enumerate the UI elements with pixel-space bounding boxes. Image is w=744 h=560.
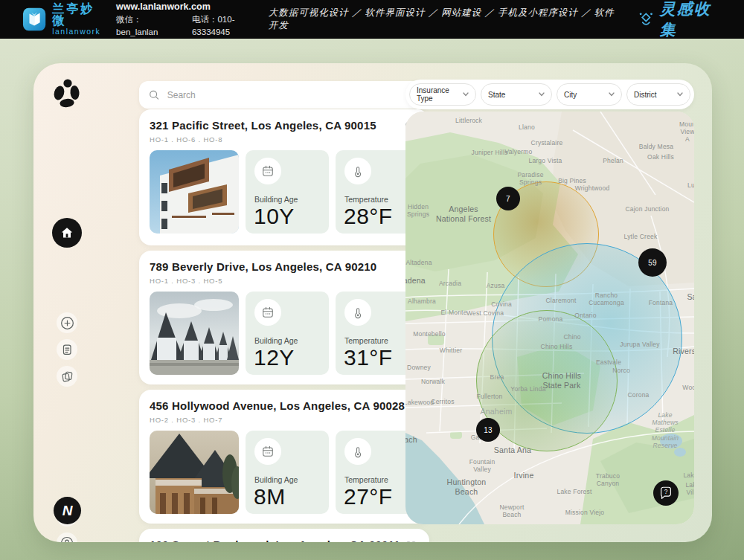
calendar-icon: [260, 444, 275, 459]
n-monogram-icon: N: [54, 497, 81, 524]
map-label: Big Pines: [558, 177, 586, 184]
map-overlays: LittlerockLlanoCrystalaireJuniper HillsV…: [405, 112, 694, 524]
building-age-tile: Building Age 12Y: [246, 292, 329, 375]
map-label: Juniper Hills: [472, 149, 508, 156]
map-label: Trabuco Canyon: [596, 472, 620, 487]
help-button[interactable]: ?: [653, 480, 679, 506]
map-label: Riversid: [673, 347, 694, 356]
temperature-value: 27°F: [344, 484, 393, 509]
property-card[interactable]: 789 Beverly Drive, Los Angeles, CA 90210…: [139, 251, 429, 384]
filter-district-label: District: [634, 91, 657, 99]
map-label: Fountain Valley: [469, 458, 496, 473]
map-label: asadena: [405, 276, 426, 286]
map-cluster-badge[interactable]: 7: [496, 187, 520, 210]
search-bar[interactable]: [139, 81, 429, 109]
map-label: Hidden Springs: [407, 203, 429, 218]
website-link[interactable]: www.lanlanwork.com: [116, 0, 269, 13]
building-age-label: Building Age: [254, 336, 298, 345]
property-card[interactable]: 456 Hollywood Avenue, Los Angeles, CA 90…: [139, 390, 429, 524]
map-label: Alhambra: [408, 297, 436, 305]
map-label: Cerritos: [431, 398, 454, 405]
map-label: Sa: [687, 292, 694, 302]
temperature-label: Temperature: [344, 475, 388, 484]
property-address: 321 Pacific Street, Los Angeles, CA 9001…: [150, 119, 419, 132]
map-label: Jurupa Valley: [620, 341, 659, 348]
building-age-value: 10Y: [254, 204, 295, 229]
map-label: Largo Vista: [528, 157, 562, 164]
filter-city[interactable]: City: [557, 83, 622, 106]
map-canvas[interactable]: LittlerockLlanoCrystalaireJuniper HillsV…: [405, 112, 694, 524]
contact-block: www.lanlanwork.com 微信：ben_lanlan 电话：010-…: [116, 0, 269, 38]
property-card[interactable]: 321 Pacific Street, Los Angeles, CA 9001…: [139, 109, 429, 245]
map-label: Phelan: [603, 157, 623, 164]
filter-state-label: State: [488, 91, 505, 99]
building-age-tile: Building Age 8M: [246, 431, 329, 514]
nav-notes-button[interactable]: [57, 339, 77, 360]
nav-documents-button[interactable]: [57, 366, 77, 387]
thermometer-icon: [350, 444, 365, 459]
nav-add-button[interactable]: [57, 312, 77, 333]
map-label: Lakewood: [405, 399, 434, 406]
map-label: Mission Viejo: [565, 509, 605, 516]
map-label: Brea: [490, 373, 504, 381]
map-label: Chino Hills State Park: [542, 371, 581, 390]
map-label: Wrightwood: [575, 184, 610, 192]
plus-icon: [60, 315, 75, 331]
question-bubble-icon: ?: [658, 486, 673, 501]
map-label: Lake Mathews Estelle Mountain Reserve: [651, 411, 680, 449]
filter-state[interactable]: State: [481, 83, 552, 106]
brand-name-en: lanlanwork: [52, 28, 106, 36]
nav-brand-button[interactable]: N: [54, 497, 81, 524]
map-label: Fullerton: [477, 393, 503, 400]
map-label: Huntington Beach: [447, 477, 487, 496]
phone-text: 电话：010-63334945: [192, 13, 269, 38]
app-logo-icon: [52, 78, 82, 108]
filter-district[interactable]: District: [626, 83, 690, 106]
filter-insurance-type[interactable]: Insurance Type: [409, 83, 476, 106]
map-label: Arcadia: [439, 280, 461, 287]
property-address: 789 Beverly Drive, Los Angeles, CA 90210: [150, 260, 419, 273]
map-cluster-badge[interactable]: 59: [638, 248, 667, 277]
map-label: Covina: [491, 300, 512, 308]
app-window: N 321 Pacific Street, Los Angeles, CA 90…: [33, 63, 712, 542]
brand-name-cn: 兰亭妙微: [52, 3, 106, 28]
home-icon: [60, 225, 74, 240]
property-photo: [150, 431, 239, 514]
search-icon: [148, 88, 160, 101]
property-card[interactable]: 100 Sunset Boulevard, Los Angeles, CA 90…: [139, 529, 429, 542]
map-label: Chino: [563, 333, 580, 341]
map-label: Santa Ana: [494, 445, 531, 455]
property-photo: [150, 292, 239, 375]
map-label: Montebello: [413, 330, 446, 338]
svg-text:N: N: [62, 503, 74, 518]
brand-block: 兰亭妙微 lanlanwork: [22, 3, 106, 36]
property-photo: [150, 150, 239, 234]
temperature-value: 31°F: [344, 345, 393, 370]
chevron-down-icon: [609, 92, 615, 97]
map-label: Yorba Linda: [510, 385, 545, 393]
map-cluster-badge[interactable]: 13: [476, 418, 500, 442]
nav-profile-button[interactable]: [57, 532, 77, 542]
property-address: 456 Hollywood Avenue, Los Angeles, CA 90…: [150, 399, 419, 412]
search-input[interactable]: [166, 89, 420, 101]
nav-home-button[interactable]: [52, 218, 82, 248]
inspiration-collect-logo-icon: [637, 10, 655, 29]
filter-bar: Insurance Type State City District: [405, 80, 694, 109]
listing-column: 321 Pacific Street, Los Angeles, CA 9001…: [106, 63, 396, 542]
building-age-value: 8M: [254, 484, 286, 509]
filter-city-label: City: [564, 91, 577, 99]
map-label: Rancho Cucamonga: [589, 292, 624, 306]
map-label: Fontana: [649, 299, 673, 306]
map-label: Lake: [683, 472, 694, 479]
sidebar: N: [33, 63, 102, 542]
lanlanwork-logo-icon: [22, 7, 46, 32]
property-codes: HO-2 . HO-3 . HO-7: [150, 416, 419, 424]
map-label: Eastvale: [596, 358, 621, 366]
chevron-down-icon: [677, 92, 683, 97]
chevron-down-icon: [539, 92, 545, 97]
map-label: Lytle Creek: [624, 233, 658, 240]
map-label: Corona: [627, 391, 649, 399]
property-address: 100 Sunset Boulevard, Los Angeles, CA 90…: [150, 538, 419, 542]
map-label: Valyermo: [505, 148, 533, 155]
map-label: Lake Forest: [557, 488, 591, 495]
